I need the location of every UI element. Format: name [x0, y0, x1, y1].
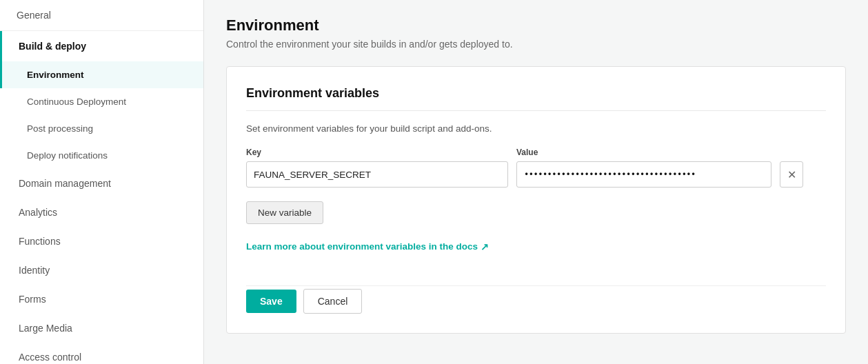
value-field-group: Value — [516, 148, 771, 188]
card-title: Environment variables — [246, 86, 826, 111]
sidebar-item-functions[interactable]: Functions — [0, 227, 203, 256]
sidebar-item-domain-management[interactable]: Domain management — [0, 169, 203, 198]
docs-link[interactable]: Learn more about environment variables i… — [246, 241, 489, 252]
delete-variable-button[interactable]: ✕ — [780, 161, 803, 188]
close-icon: ✕ — [787, 168, 796, 181]
key-label: Key — [246, 148, 508, 157]
sidebar-section-build-deploy[interactable]: Build & deploy — [0, 31, 203, 61]
sidebar-item-analytics[interactable]: Analytics — [0, 198, 203, 227]
page-subtitle: Control the environment your site builds… — [226, 39, 846, 50]
sidebar-item-continuous-deployment[interactable]: Continuous Deployment — [0, 88, 203, 115]
sidebar-item-identity[interactable]: Identity — [0, 256, 203, 285]
sidebar-item-post-processing[interactable]: Post processing — [0, 115, 203, 142]
sidebar-item-forms[interactable]: Forms — [0, 285, 203, 314]
docs-link-text: Learn more about environment variables i… — [246, 241, 478, 252]
main-content: Environment Control the environment your… — [204, 0, 868, 364]
sidebar: General Build & deploy Environment Conti… — [0, 0, 204, 364]
save-button[interactable]: Save — [246, 290, 296, 313]
sidebar-item-large-media[interactable]: Large Media — [0, 314, 203, 343]
sidebar-item-deploy-notifications[interactable]: Deploy notifications — [0, 142, 203, 169]
key-input[interactable] — [246, 161, 508, 188]
external-link-icon: ↗ — [481, 241, 489, 252]
sidebar-item-general[interactable]: General — [0, 0, 203, 31]
value-label: Value — [516, 148, 771, 157]
value-input[interactable] — [516, 161, 771, 188]
new-variable-button[interactable]: New variable — [246, 201, 323, 224]
sidebar-item-access-control[interactable]: Access control — [0, 343, 203, 364]
page-title: Environment — [226, 17, 846, 34]
key-field-group: Key — [246, 148, 508, 188]
environment-variables-card: Environment variables Set environment va… — [226, 66, 846, 334]
cancel-button[interactable]: Cancel — [303, 289, 363, 314]
card-description: Set environment variables for your build… — [246, 123, 826, 134]
form-actions: Save Cancel — [246, 285, 826, 314]
sidebar-item-environment[interactable]: Environment — [0, 61, 203, 88]
env-variable-row: Key Value ✕ — [246, 148, 826, 188]
